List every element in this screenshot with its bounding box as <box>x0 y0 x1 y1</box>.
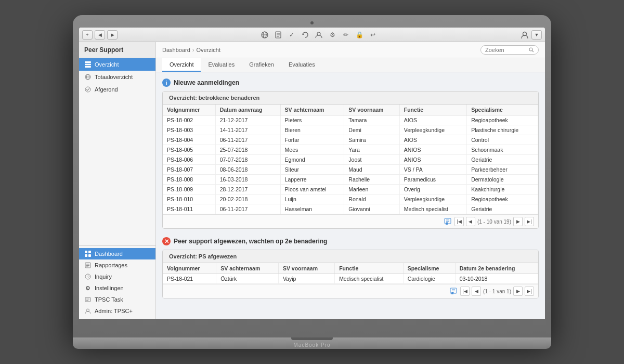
breadcrumb-part2: Overzicht <box>197 47 220 53</box>
cell-voornaam: Vayip <box>278 274 334 284</box>
section1-table-header-row: Volgnummer Datum aanvraag SV achternaam … <box>163 105 538 115</box>
table-row[interactable]: PS-18-005 25-07-2018 Mees Yara ANIOS Sch… <box>163 145 538 155</box>
cell-specialisme: Control <box>467 135 538 145</box>
tab-bar: Overzicht Evaluaties Grafieken Evaluatie… <box>156 58 545 72</box>
cell-datum: 20-02-2018 <box>215 194 280 204</box>
tab-overzicht[interactable]: Overzicht <box>162 58 201 72</box>
document-icon[interactable] <box>274 30 283 40</box>
cell-volgnummer: PS-18-002 <box>163 115 215 125</box>
svg-line-31 <box>532 51 534 53</box>
export-btn[interactable] <box>443 217 452 226</box>
cell-specialisme: Plastische chirurgie <box>467 125 538 135</box>
pagination-first[interactable]: |◀ <box>454 217 464 226</box>
tab-evaluaties1[interactable]: Evaluaties <box>201 58 242 72</box>
pagination2-last[interactable]: ▶| <box>525 287 534 296</box>
pagination-prev[interactable]: ◀ <box>466 217 475 226</box>
cell-functie: Paramedicus <box>399 175 466 185</box>
breadcrumb: Dashboard › Overzicht <box>162 47 220 53</box>
sidebar-item-overzicht[interactable]: Overzicht <box>79 58 155 71</box>
table-row[interactable]: PS-18-010 20-02-2018 Luijn Ronald Verple… <box>163 194 538 204</box>
search-box[interactable] <box>480 45 539 55</box>
toolbar-add-btn[interactable]: + <box>82 30 93 40</box>
sidebar-item-instellingen[interactable]: ⚙ Instellingen <box>79 282 155 294</box>
cell-voornaam: Demi <box>344 125 399 135</box>
sidebar-item-afgerond[interactable]: Afgerond <box>79 83 155 96</box>
sidebar-top-section: Overzicht Totaaloverzicht <box>79 58 155 152</box>
sidebar-item-dashboard[interactable]: Dashboard <box>79 248 155 259</box>
cell-functie: Verpleegkundige <box>399 125 466 135</box>
col-achternaam: SV achternaam <box>280 105 344 115</box>
check-icon[interactable]: ✓ <box>287 30 296 40</box>
edit-icon[interactable]: ✏ <box>341 30 350 40</box>
section2-card: Overzicht: PS afgewezen Volgnummer SV ac… <box>162 250 539 298</box>
table-row[interactable]: PS-18-004 06-11-2017 Forfar Samira AIOS … <box>163 135 538 145</box>
svg-rect-36 <box>446 223 448 225</box>
sidebar-item-label: Afgerond <box>95 86 118 93</box>
col-functie: Functie <box>399 105 466 115</box>
tab-grafieken[interactable]: Grafieken <box>242 58 281 72</box>
lock-icon[interactable]: 🔒 <box>355 30 364 40</box>
inquiry-icon: ? <box>84 273 92 280</box>
toolbar-back-btn[interactable]: ◀ <box>95 30 105 40</box>
refresh-icon[interactable] <box>301 30 310 40</box>
export-btn2[interactable] <box>449 287 458 296</box>
toolbar-fwd-btn[interactable]: ▶ <box>107 30 118 40</box>
svg-rect-17 <box>88 251 91 253</box>
cell-functie: Medisch specialist <box>399 204 466 214</box>
sidebar-item-admin[interactable]: Admin: TPSC+ <box>79 305 155 317</box>
laptop-body: + ◀ ▶ ✓ <box>73 15 551 337</box>
dashboard-icon <box>84 250 92 257</box>
section1-title: Nieuwe aanmeldingen <box>174 79 239 86</box>
cell-volgnummer: PS-18-005 <box>163 145 215 155</box>
user-icon[interactable] <box>314 30 323 40</box>
undo-icon[interactable]: ↩ <box>368 30 378 40</box>
sidebar-item-inquiry[interactable]: ? Inquiry <box>79 271 155 282</box>
tab-evaluaties2[interactable]: Evaluaties <box>281 58 322 72</box>
table-row[interactable]: PS-18-021 Öztürk Vayip Medisch specialis… <box>163 274 538 284</box>
cell-functie: Overig <box>399 185 466 194</box>
sidebar-item-totaaloverzicht[interactable]: Totaaloverzicht <box>79 71 155 83</box>
table-row[interactable]: PS-18-007 08-06-2018 Siteur Maud VS / PA… <box>163 165 538 175</box>
user-profile-icon[interactable] <box>520 30 529 40</box>
table-row[interactable]: PS-18-008 16-03-2018 Lapperre Rachelle P… <box>163 175 538 185</box>
col2-functie: Functie <box>335 263 404 274</box>
sidebar-item-label: TPSC Task <box>95 296 123 303</box>
settings-icon[interactable]: ⚙ <box>328 30 337 40</box>
search-input[interactable] <box>485 47 527 53</box>
svg-point-7 <box>317 32 320 35</box>
sidebar-item-rapportages[interactable]: Rapportages <box>79 259 155 271</box>
cell-specialisme: Schoonmaak <box>467 145 538 155</box>
svg-rect-10 <box>85 64 91 66</box>
pagination2-next[interactable]: ▶ <box>513 287 523 296</box>
cell-achternaam: Hasselman <box>280 204 344 214</box>
table-row[interactable]: PS-18-003 14-11-2017 Bieren Demi Verplee… <box>163 125 538 135</box>
pagination2-first[interactable]: |◀ <box>460 287 470 296</box>
admin-icon <box>84 307 92 315</box>
section2-card-title: Overzicht: PS afgewezen <box>163 250 538 263</box>
toolbar-menu-btn[interactable]: ▼ <box>531 30 542 40</box>
svg-rect-19 <box>88 254 91 257</box>
sidebar-item-label: Admin: TPSC+ <box>95 308 133 314</box>
globe-icon[interactable] <box>260 30 269 40</box>
cell-specialisme: Kaakchirurgie <box>467 185 538 194</box>
section1-header: i Nieuwe aanmeldingen <box>162 79 539 87</box>
table-row[interactable]: PS-18-009 28-12-2017 Ploos van amstel Ma… <box>163 185 538 194</box>
section2-table: Volgnummer SV achternaam SV voornaam Fun… <box>163 263 538 284</box>
table-row[interactable]: PS-18-011 06-11-2017 Hasselman Giovanni … <box>163 204 538 214</box>
col-volgnummer: Volgnummer <box>163 105 215 115</box>
cell-achternaam: Mees <box>280 145 344 155</box>
cell-datum: 07-07-2018 <box>215 155 280 165</box>
content-area: i Nieuwe aanmeldingen Overzicht: betrokk… <box>156 72 545 319</box>
cell-achternaam: Ploos van amstel <box>280 185 344 194</box>
section2-title: Peer support afgewezen, wachten op 2e be… <box>174 238 327 245</box>
search-icon <box>529 47 534 53</box>
pagination-next[interactable]: ▶ <box>513 217 523 226</box>
table-row[interactable]: PS-18-002 21-12-2017 Pieters Tamara AIOS… <box>163 115 538 125</box>
pagination-last[interactable]: ▶| <box>525 217 534 226</box>
sidebar-item-tpsc-task[interactable]: TPSC Task <box>79 294 155 305</box>
sidebar-item-label: Overzicht <box>95 61 119 68</box>
pagination2-prev[interactable]: ◀ <box>472 287 481 296</box>
cell-voornaam: Giovanni <box>344 204 399 214</box>
cell-achternaam: Öztürk <box>216 274 279 284</box>
table-row[interactable]: PS-18-006 07-07-2018 Egmond Joost ANIOS … <box>163 155 538 165</box>
